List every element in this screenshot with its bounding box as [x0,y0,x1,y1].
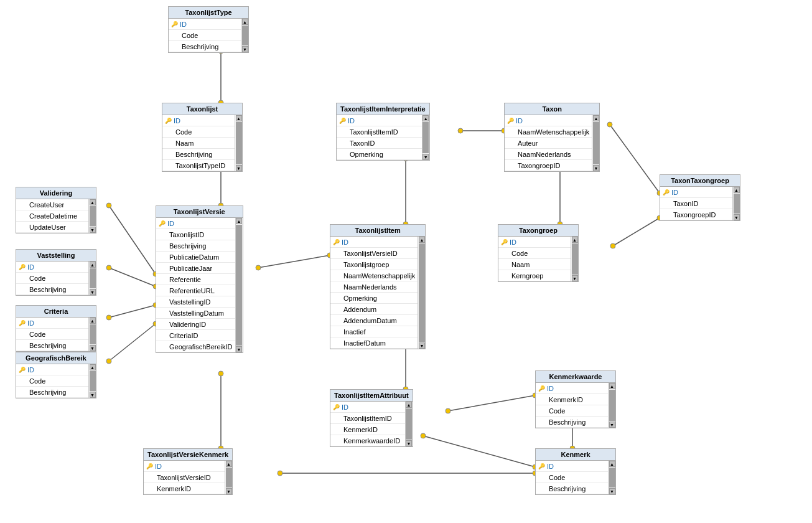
scroll-up-button[interactable]: ▲ [593,115,599,121]
table-row: KenmerkID [536,394,608,405]
scroll-up-button[interactable]: ▲ [422,115,429,121]
scroll-up-button[interactable]: ▲ [734,187,740,193]
table-header-taxonlijstiteminterpretatie: TaxonlijstItemInterpretatie [337,103,429,115]
scroll-down-button[interactable]: ▼ [734,214,740,220]
table-row: Opmerking [337,149,422,160]
table-scrollbar[interactable]: ▲▼ [235,115,242,171]
scroll-up-button[interactable]: ▲ [90,318,96,324]
scroll-thumb[interactable] [609,468,615,488]
table-scrollbar[interactable]: ▲▼ [88,199,96,233]
scroll-thumb[interactable] [609,390,615,421]
field-name: TaxongroepID [673,211,716,219]
key-icon: 🔑 [19,264,26,270]
scroll-thumb[interactable] [236,122,242,164]
table-row: Code [16,273,88,284]
table-scrollbar[interactable]: ▲▼ [235,218,243,352]
scroll-thumb[interactable] [226,468,232,488]
table-row: ValideringID [156,319,235,330]
scroll-down-button[interactable]: ▼ [242,46,248,52]
scroll-thumb[interactable] [90,206,96,226]
svg-point-52 [278,471,282,476]
table-scrollbar[interactable]: ▲▼ [732,187,740,220]
scroll-thumb[interactable] [90,371,96,391]
table-scrollbar[interactable]: ▲▼ [592,115,599,171]
field-name: ID [27,263,34,271]
scroll-thumb[interactable] [236,225,242,346]
table-row: TaxonlijstTypeID [162,160,235,171]
scroll-up-button[interactable]: ▲ [406,402,412,408]
scroll-down-button[interactable]: ▼ [226,488,232,494]
scroll-up-button[interactable]: ▲ [609,383,615,389]
table-scrollbar[interactable]: ▲▼ [405,402,413,446]
table-scrollbar[interactable]: ▲▼ [241,19,248,52]
table-scrollbar[interactable]: ▲▼ [88,262,96,295]
field-name: ID [27,319,34,327]
field-name: VaststellingID [169,298,210,306]
svg-point-28 [607,122,612,127]
table-row: Naam [162,138,235,149]
scroll-up-button[interactable]: ▲ [236,115,242,121]
field-name: TaxonlijstTypeID [175,162,225,169]
field-name: ID [547,385,554,392]
table-scrollbar[interactable]: ▲▼ [608,461,615,494]
key-icon: 🔑 [663,189,670,196]
scroll-up-button[interactable]: ▲ [236,218,242,224]
table-scrollbar[interactable]: ▲▼ [571,237,578,281]
scroll-thumb[interactable] [406,408,412,440]
table-row: CreateUser [16,199,88,210]
scroll-thumb[interactable] [90,324,96,344]
field-name: Beschrijving [549,418,586,426]
scroll-down-button[interactable]: ▼ [609,488,615,494]
scroll-up-button[interactable]: ▲ [90,262,96,268]
scroll-thumb[interactable] [419,243,425,342]
table-scrollbar[interactable]: ▲▼ [422,115,429,160]
scroll-down-button[interactable]: ▼ [236,165,242,171]
scroll-thumb[interactable] [422,122,429,153]
table-scrollbar[interactable]: ▲▼ [88,318,96,351]
table-scrollbar[interactable]: ▲▼ [418,237,425,349]
field-name: PublicatieDatum [169,253,219,261]
table-header-validering: Validering [16,187,96,199]
scroll-up-button[interactable]: ▲ [572,237,578,243]
table-row: PublicatieDatum [156,252,235,263]
table-row: 🔑ID [498,237,571,248]
table-row: 🔑ID [156,218,235,229]
scroll-down-button[interactable]: ▼ [572,275,578,281]
scroll-down-button[interactable]: ▼ [90,345,96,351]
scroll-down-button[interactable]: ▼ [422,154,429,160]
table-scrollbar[interactable]: ▲▼ [608,383,615,428]
table-geografischbereik: GeografischBereik🔑IDCodeBeschrijving▲▼ [16,352,96,398]
scroll-down-button[interactable]: ▼ [419,342,425,349]
scroll-down-button[interactable]: ▼ [90,289,96,295]
scroll-down-button[interactable]: ▼ [90,227,96,233]
scroll-down-button[interactable]: ▼ [593,165,599,171]
svg-line-42 [423,436,535,467]
scroll-down-button[interactable]: ▼ [90,392,96,398]
scroll-up-button[interactable]: ▲ [226,461,232,467]
scroll-up-button[interactable]: ▲ [609,461,615,467]
scroll-up-button[interactable]: ▲ [90,364,96,370]
scroll-up-button[interactable]: ▲ [242,19,248,25]
table-row: Code [536,472,608,483]
scroll-thumb[interactable] [593,122,599,164]
svg-line-18 [258,255,330,268]
scroll-down-button[interactable]: ▼ [609,422,615,428]
table-scrollbar[interactable]: ▲▼ [225,461,232,494]
scroll-down-button[interactable]: ▼ [236,346,242,352]
scroll-down-button[interactable]: ▼ [406,440,412,446]
svg-line-9 [109,268,156,286]
scroll-up-button[interactable]: ▲ [419,237,425,243]
scroll-thumb[interactable] [242,26,248,45]
table-row: Code [16,375,88,387]
table-header-taxonlijstitem: TaxonlijstItem [330,225,425,237]
table-row: Code [498,248,571,259]
table-scrollbar[interactable]: ▲▼ [88,364,96,398]
scroll-up-button[interactable]: ▲ [90,199,96,205]
scroll-thumb[interactable] [90,268,96,288]
table-row: TaxonlijstVersieID [330,248,418,259]
field-name: Code [29,331,45,338]
scroll-thumb[interactable] [734,194,740,214]
key-icon: 🔑 [19,367,26,373]
scroll-thumb[interactable] [572,243,578,275]
field-name: Opmerking [350,151,383,158]
